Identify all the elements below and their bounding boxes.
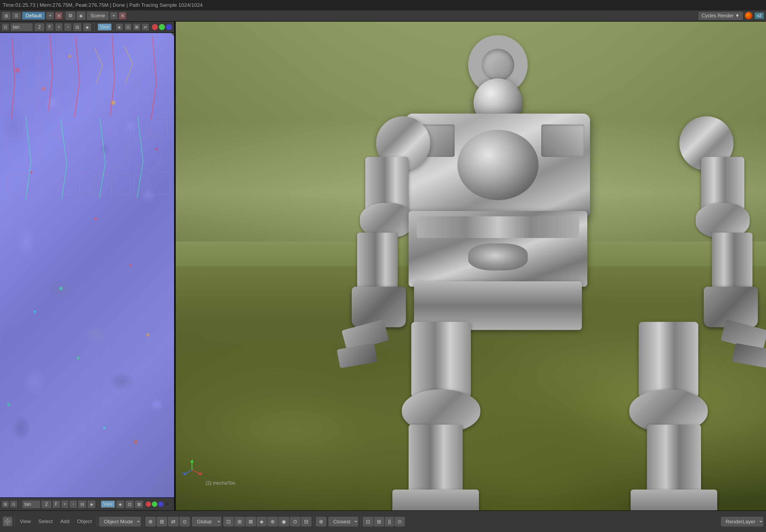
svg-rect-36 [62, 176, 75, 195]
waist-detail-panel [417, 216, 579, 238]
axis-gizmo: X Y Z [181, 459, 203, 481]
magnet-button[interactable]: ⊕ [316, 517, 326, 526]
svg-rect-33 [8, 173, 23, 195]
uv-grid-button[interactable]: ⊡ [125, 24, 131, 30]
tool-c[interactable]: || [385, 517, 394, 526]
object-mode-dropdown[interactable]: Object Mode Edit Mode Sculpt Mode [99, 517, 141, 526]
snap-tool-8[interactable]: ⊟ [301, 517, 311, 526]
uv-wrap-button[interactable]: ⊠ [133, 24, 140, 30]
svg-rect-28 [80, 121, 93, 137]
uv-sync-button[interactable]: ⇄ [142, 24, 149, 30]
snap-tool-1[interactable]: ⊡ [224, 517, 234, 526]
blue-channel-button[interactable] [166, 24, 172, 30]
green-dot[interactable] [152, 501, 157, 507]
view-menu[interactable]: View [17, 517, 34, 526]
tb-separator-1 [19, 500, 20, 508]
select-menu[interactable]: Select [36, 517, 55, 526]
render-viewport[interactable]: X Y Z (2) mechaTon [176, 22, 766, 510]
robot-left-lower-arm [357, 233, 398, 292]
alpha-dot[interactable] [164, 501, 170, 507]
view-button[interactable]: View [98, 24, 111, 31]
uv-frame-num[interactable] [42, 501, 51, 508]
close-workspace-button[interactable]: ✕ [55, 12, 62, 19]
close-scene-button[interactable]: ✕ [119, 12, 126, 19]
render-layer-dropdown[interactable]: RenderLayer [721, 517, 763, 526]
scene-type-button[interactable]: ⚙ [66, 12, 75, 20]
editor-type-button[interactable]: ⊞ [2, 12, 11, 19]
uv-header-icon[interactable]: ⊞ [2, 501, 9, 507]
scene-icon: ⚙ [68, 13, 73, 19]
image-name-input[interactable] [11, 24, 32, 31]
editor-type-icon[interactable] [3, 517, 12, 526]
render-engine-dropdown[interactable]: Cycles Render ▼ [699, 12, 743, 20]
snap-tool-6[interactable]: ◉ [279, 517, 289, 526]
uv-save-btn2[interactable]: ⊟ [78, 501, 86, 508]
workspace-button[interactable]: ☰ [12, 12, 21, 19]
origin-button[interactable]: ⊕ [145, 517, 156, 526]
uv-lines-svg [0, 33, 174, 200]
frame-input[interactable] [35, 24, 44, 31]
snap-button[interactable]: ⊞ [157, 517, 167, 526]
svg-rect-35 [44, 174, 58, 195]
robot-right-foot [631, 490, 717, 510]
snap-tools-cluster: ⊡ ⊞ ⊠ ◈ ⊕ ◉ ⊙ ⊟ [224, 517, 311, 526]
flag-button[interactable]: F [46, 24, 53, 31]
snap-tool-4[interactable]: ◈ [257, 517, 267, 526]
sep1 [15, 516, 15, 527]
uv-plus-btn[interactable]: + [61, 501, 68, 508]
add-scene-button[interactable]: + [110, 12, 117, 19]
svg-rect-9 [112, 34, 124, 115]
uv-pin-btn[interactable]: ◈ [116, 501, 124, 508]
scene-label[interactable]: Scene [87, 12, 108, 20]
view-btn2[interactable]: View [101, 501, 114, 508]
uv-add-button[interactable]: + [55, 24, 62, 31]
tool-d[interactable]: ⊙ [394, 517, 405, 526]
snap-tool-7[interactable]: ⊙ [290, 517, 300, 526]
snap-tool-5[interactable]: ⊕ [268, 517, 278, 526]
uv-flag-btn[interactable]: F [53, 501, 60, 508]
uv-select-btn[interactable]: ⊡ [126, 501, 133, 508]
uv-delete-button[interactable]: − [64, 24, 71, 31]
svg-point-47 [184, 472, 186, 475]
red-channel-button[interactable] [152, 24, 158, 30]
svg-rect-37 [80, 173, 94, 194]
version-badge: v2 [755, 12, 764, 19]
svg-rect-3 [39, 37, 49, 115]
uv-settings-icon[interactable]: ⊙ [10, 501, 17, 507]
uv-editor-type-icon[interactable]: ⊡ [2, 24, 9, 30]
snap-tool-3[interactable]: ⊠ [246, 517, 256, 526]
pin-button[interactable]: ◈ [116, 24, 123, 30]
uv-canvas[interactable] [0, 33, 174, 497]
green-channel-button[interactable] [159, 24, 165, 30]
robot-3d-model [365, 27, 744, 487]
transform-orientation-dropdown[interactable]: Global Local Normal [192, 517, 221, 526]
workspace-label[interactable]: Default [22, 12, 45, 19]
svg-rect-24 [6, 122, 19, 138]
uv-save-button[interactable]: ⊟ [73, 24, 81, 31]
blue-dot[interactable] [158, 501, 163, 507]
mirror-button[interactable]: ⇄ [168, 517, 178, 526]
add-menu[interactable]: Add [58, 517, 72, 526]
proportional-button[interactable]: ⊙ [179, 517, 190, 526]
svg-rect-41 [150, 172, 170, 194]
robot-right-thigh [639, 322, 698, 398]
render-mode-button[interactable]: ◈ [77, 12, 85, 20]
uv-minus-btn[interactable]: − [70, 501, 77, 508]
uv-mesh-name[interactable] [22, 501, 40, 508]
svg-rect-12 [152, 36, 170, 117]
robot-left-foot [392, 490, 479, 510]
red-dot[interactable] [146, 501, 151, 507]
svg-text:X: X [201, 472, 203, 475]
snap-to-dropdown[interactable]: Closest Center Median Active [328, 517, 358, 526]
uv-export-btn2[interactable]: ◈ [88, 501, 95, 508]
snap-tool-2[interactable]: ⊞ [235, 517, 245, 526]
tool-b[interactable]: ⊞ [374, 517, 384, 526]
uv-editor-bottom-toolbar: ⊞ ⊙ F + − ⊟ ◈ View ◈ ⊡ ⊠ [0, 497, 174, 510]
tool-a[interactable]: ⊡ [363, 517, 373, 526]
object-menu[interactable]: Object [74, 517, 94, 526]
corner-resize-tri[interactable] [171, 33, 174, 36]
uv-export-button[interactable]: ◈ [83, 24, 91, 31]
svg-rect-32 [151, 121, 167, 137]
uv-transform-btn[interactable]: ⊠ [135, 501, 143, 508]
add-workspace-button[interactable]: + [47, 12, 54, 19]
